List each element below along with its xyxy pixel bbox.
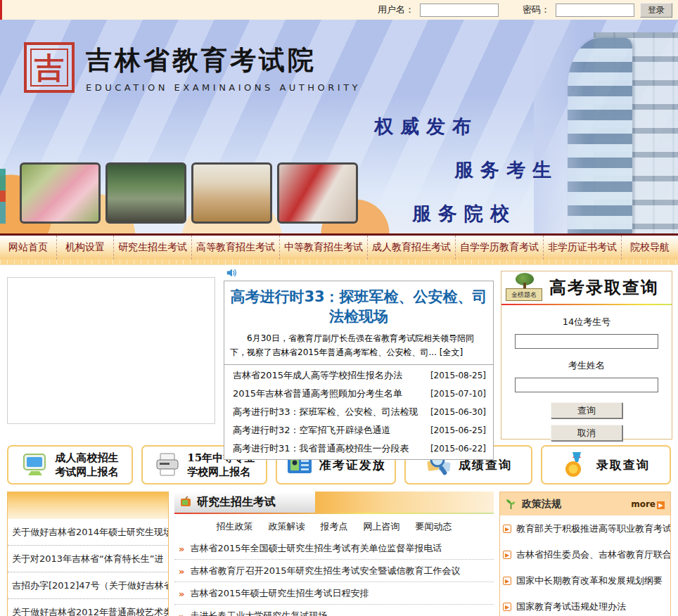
nav-item-non-degree-exam[interactable]: 非学历证书考试 [544, 236, 622, 259]
graduate-exam-tabs: 招生政策 政策解读 报考点 网上咨询 要闻动态 [174, 514, 494, 537]
banner-photo-3 [191, 162, 272, 224]
full-text-link[interactable]: [全文] [440, 347, 463, 357]
tab-policy-interpretation[interactable]: 政策解读 [269, 520, 305, 533]
candidate-name-input[interactable] [515, 378, 658, 392]
main-navigation: 网站首页 机构设置 研究生招生考试 高等教育招生考试 中等教育招生考试 成人教育… [0, 233, 678, 259]
speaker-icon [226, 268, 238, 278]
password-label: 密码： [523, 4, 550, 16]
arrow-bullet-icon: » [179, 566, 184, 577]
adult-exam-online-signup-button[interactable]: 成人高校招生考试网上报名 [7, 445, 133, 485]
boxed-arrow-bullet-icon: ▶ [503, 525, 511, 533]
computer-icon [21, 451, 49, 479]
query-submit-button[interactable]: 查询 [551, 402, 622, 418]
news-headline[interactable]: 高考进行时33：探班军检、公安检、司法检现场 [230, 287, 487, 326]
news-list: 吉林省2015年成人高等学校招生报名办法 [2015-08-25] 2015年吉… [224, 365, 494, 460]
password-input[interactable] [556, 4, 634, 17]
nav-item-home[interactable]: 网站首页 [0, 236, 57, 259]
news-list-item[interactable]: 高考进行时31：我省普通高校招生一分段表 [2015-06-22] [224, 439, 493, 458]
news-date: [2015-08-25] [430, 371, 486, 380]
graduate-news-link[interactable]: » 吉林省教育厅召开2015年研究生招生考试安全暨诚信教育工作会议 [174, 560, 494, 582]
policy-link[interactable]: ▶ 教育部关于积极推进高等职业教育考试 [500, 515, 670, 541]
nav-item-adult-edu-exam[interactable]: 成人教育招生考试 [368, 236, 456, 259]
tab-enrollment-policy[interactable]: 招生政策 [217, 520, 253, 533]
login-button[interactable]: 登录 [640, 3, 672, 18]
slogan-3: 服务院校 [412, 201, 516, 226]
notice-panel-header [8, 492, 168, 519]
notice-link[interactable]: 关于做好吉林省2014年硕士研究生现场 [8, 519, 168, 546]
policy-panel-title: 政策法规 [522, 498, 625, 511]
page: 用户名： 密码： 登录 吉 吉林省教育考试院 EDUCATION EXAMINA… [0, 0, 678, 616]
notice-link[interactable]: 吉招办字[2012]47号（关于做好吉林省 [8, 572, 168, 599]
nav-item-higher-edu-exam[interactable]: 高等教育招生考试 [192, 236, 280, 259]
username-label: 用户名： [378, 4, 414, 16]
news-date: [2015-06-30] [430, 407, 486, 417]
tab-online-consultation[interactable]: 网上咨询 [364, 520, 400, 533]
nav-bottom-strip [0, 259, 678, 265]
tab-registration-points[interactable]: 报考点 [321, 520, 348, 533]
banner-photo-4 [277, 162, 358, 224]
arrow-bullet-icon: » [179, 544, 184, 554]
candidate-number-input[interactable] [515, 334, 658, 349]
news-list-item[interactable]: 2015年吉林省普通高考照顾加分考生名单 [2015-07-10] [224, 385, 493, 403]
headline-box: 高考进行时33：探班军检、公安检、司法检现场 6月30日，省教育厅副厅长岳强在省… [224, 281, 494, 365]
query-cancel-button[interactable]: 取消 [551, 425, 622, 441]
query-panel-body: 14位考生号 考生姓名 查询 取消 [501, 316, 672, 441]
nav-item-graduate-exam[interactable]: 研究生招生考试 [114, 236, 192, 259]
policy-link[interactable]: ▶ 国家中长期教育改革和发展规划纲要 [500, 567, 670, 593]
graduate-exam-panel-header: 研究生招生考试 [174, 492, 494, 513]
tab-news-updates[interactable]: 要闻动态 [416, 520, 452, 533]
tv-icon [180, 496, 191, 508]
site-title: 吉林省教育考试院 [86, 43, 361, 78]
graduate-exam-panel-title: 研究生招生考试 [197, 495, 276, 510]
site-logo: 吉 吉林省教育考试院 EDUCATION EXAMINAIONS AUTHORI… [24, 42, 361, 93]
building-photo [534, 20, 678, 233]
policy-panel-header: 政策法规 more▶ [500, 492, 670, 515]
notice-link[interactable]: 关于对2013年吉林省“体育特长生”进 [8, 546, 168, 572]
news-summary: 6月30日，省教育厅副厅长岳强在省教育考试院相关领导陪同下，视察了吉林省2015… [230, 332, 487, 360]
gold-list-badge-icon: 金榜题名 [506, 273, 542, 302]
policy-panel: 政策法规 more▶ ▶ 教育部关于积极推进高等职业教育考试 ▶ 吉林省招生委员… [499, 492, 671, 616]
content-row-top: 高考进行时33：探班军检、公安检、司法检现场 6月30日，省教育厅副厅长岳强在省… [0, 265, 678, 442]
notice-link[interactable]: 关于做好吉林省2012年普通高校艺术类 [8, 599, 168, 616]
policy-link[interactable]: ▶ 国家教育考试违规处理办法 [500, 593, 670, 616]
shortcut-label: 录取查询 [596, 457, 650, 473]
news-list-item[interactable]: 吉林省2015年成人高等学校招生报名办法 [2015-08-25] [224, 366, 493, 385]
news-column: 高考进行时33：探班军检、公安检、司法检现场 6月30日，省教育厅副厅长岳强在省… [224, 281, 494, 460]
notice-panel: 关于做好吉林省2014年硕士研究生现场 关于对2013年吉林省“体育特长生”进 … [7, 492, 169, 616]
username-input[interactable] [420, 4, 499, 17]
candidate-name-label: 考生姓名 [501, 359, 672, 372]
news-date: [2015-06-22] [430, 444, 486, 454]
site-subtitle: EDUCATION EXAMINAIONS AUTHORITY [86, 82, 361, 93]
slogan-2: 服务考生 [454, 158, 558, 183]
slideshow-placeholder[interactable] [7, 277, 215, 424]
banner: 吉 吉林省教育考试院 EDUCATION EXAMINAIONS AUTHORI… [0, 20, 678, 233]
query-panel-divider [501, 304, 672, 305]
shortcut-label: 成人高校招生考试网上报名 [55, 451, 118, 480]
graduate-news-link[interactable]: » 走进长春工业大学研究生复试现场 [174, 605, 494, 616]
policy-link[interactable]: ▶ 吉林省招生委员会、吉林省教育厅联合 [500, 541, 670, 567]
gaokao-admission-query-panel: 金榜题名 高考录取查询 14位考生号 考生姓名 查询 取消 [501, 271, 672, 439]
nav-item-self-study-exam[interactable]: 自学学历教育考试 [456, 236, 544, 259]
top-login-bar: 用户名： 密码： 登录 [0, 0, 678, 20]
boxed-arrow-bullet-icon: ▶ [503, 603, 511, 611]
query-panel-header: 金榜题名 高考录取查询 [501, 271, 672, 304]
nav-item-secondary-edu-exam[interactable]: 中等教育招生考试 [280, 236, 368, 259]
slogan-1: 权威发布 [374, 114, 478, 139]
seal-icon: 吉 [24, 42, 75, 93]
news-list-item[interactable]: 高考进行时32：空军招飞开辟绿色通道 [2015-06-25] [224, 421, 493, 439]
graduate-news-link[interactable]: » 吉林省2015年硕士研究生招生考试日程安排 [174, 582, 494, 605]
query-panel-title: 高考录取查询 [549, 276, 659, 299]
nav-item-organization[interactable]: 机构设置 [57, 236, 114, 259]
admission-query-button[interactable]: 录取查询 [541, 445, 671, 485]
seedling-icon [506, 499, 516, 510]
candidate-number-label: 14位考生号 [501, 316, 672, 328]
nav-item-school-navigation[interactable]: 院校导航 [622, 236, 678, 259]
graduate-news-link[interactable]: » 吉林省2015年全国硕士研究生招生考试有关单位监督举报电话 [174, 537, 494, 560]
more-link[interactable]: more▶ [631, 499, 665, 509]
arrow-bullet-icon: » [179, 589, 184, 599]
graduate-exam-panel: 研究生招生考试 招生政策 政策解读 报考点 网上咨询 要闻动态 » 吉林省201… [174, 492, 494, 616]
printer-icon [153, 451, 181, 479]
arrow-bullet-icon: » [179, 611, 184, 616]
news-list-item[interactable]: 高考进行时33：探班军检、公安检、司法检现 [2015-06-30] [224, 403, 493, 421]
banner-photo-2 [105, 162, 186, 224]
